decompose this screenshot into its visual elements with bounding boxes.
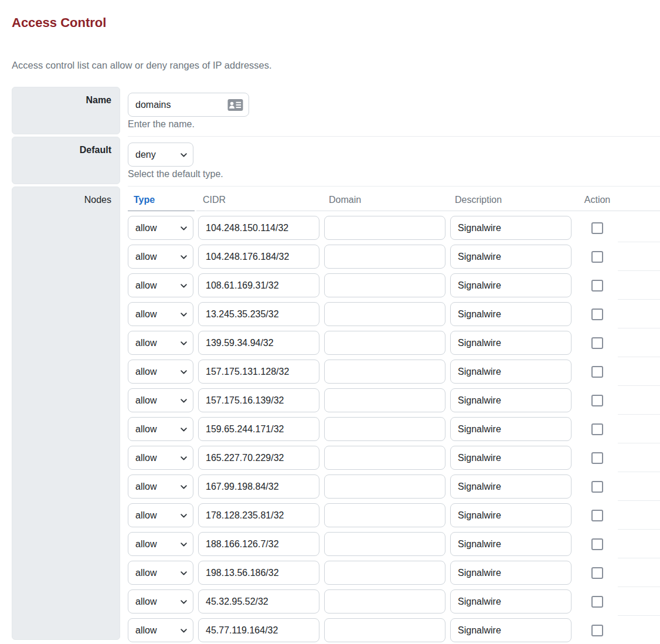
node-type-select[interactable]: allow xyxy=(128,302,193,326)
node-description-input[interactable] xyxy=(450,245,571,269)
node-description-input[interactable] xyxy=(450,589,571,614)
nodes-table-body: allow allow xyxy=(128,216,660,642)
node-type-select[interactable]: allow xyxy=(128,273,193,297)
node-description-input[interactable] xyxy=(450,388,571,412)
node-cidr-input[interactable] xyxy=(198,561,319,585)
node-row: allow xyxy=(128,360,660,384)
node-delete-checkbox[interactable] xyxy=(591,510,603,521)
node-description-input[interactable] xyxy=(450,446,571,470)
node-cidr-input[interactable] xyxy=(198,302,319,326)
node-domain-input[interactable] xyxy=(324,561,445,585)
node-domain-input[interactable] xyxy=(324,273,445,297)
node-domain-input[interactable] xyxy=(324,331,445,355)
node-delete-checkbox[interactable] xyxy=(591,423,603,435)
node-action-cell xyxy=(576,423,618,435)
node-delete-checkbox[interactable] xyxy=(591,309,603,320)
node-type-select[interactable]: allow xyxy=(128,245,193,269)
node-domain-input[interactable] xyxy=(324,360,445,384)
access-control-form: Name Enter xyxy=(12,87,660,642)
node-cidr-input[interactable] xyxy=(198,474,319,499)
node-action-cell xyxy=(576,510,618,521)
node-delete-checkbox[interactable] xyxy=(591,280,603,292)
node-type-select-wrap: allow xyxy=(128,302,193,326)
node-action-cell xyxy=(576,337,618,349)
node-delete-checkbox[interactable] xyxy=(591,596,603,608)
node-delete-checkbox[interactable] xyxy=(591,625,603,636)
node-type-select-wrap: allow xyxy=(128,216,193,240)
node-domain-input[interactable] xyxy=(324,618,445,642)
node-cidr-input[interactable] xyxy=(198,245,319,269)
node-delete-checkbox[interactable] xyxy=(591,481,603,493)
node-description-input[interactable] xyxy=(450,474,571,499)
node-domain-input[interactable] xyxy=(324,417,445,441)
node-delete-checkbox[interactable] xyxy=(591,366,603,378)
node-cidr-input[interactable] xyxy=(198,216,319,240)
address-card-icon xyxy=(227,99,243,111)
node-cidr-input[interactable] xyxy=(198,446,319,470)
node-description-input[interactable] xyxy=(450,417,571,441)
node-domain-input[interactable] xyxy=(324,216,445,240)
node-delete-checkbox[interactable] xyxy=(591,567,603,579)
node-type-select[interactable]: allow xyxy=(128,561,193,585)
node-description-input[interactable] xyxy=(450,360,571,384)
nodes-row: Nodes Type CIDR Domain Description Actio… xyxy=(12,187,660,642)
nodes-table: Type CIDR Domain Description Action allo… xyxy=(128,195,660,642)
node-type-select-wrap: allow xyxy=(128,360,193,384)
node-type-select[interactable]: allow xyxy=(128,360,193,384)
node-delete-checkbox[interactable] xyxy=(591,337,603,349)
default-select[interactable]: deny xyxy=(128,143,193,167)
node-action-cell xyxy=(576,251,618,263)
node-cidr-input[interactable] xyxy=(198,388,319,412)
node-row: allow xyxy=(128,474,660,499)
node-description-input[interactable] xyxy=(450,532,571,556)
node-action-cell xyxy=(576,309,618,320)
node-delete-checkbox[interactable] xyxy=(591,538,603,550)
node-cidr-input[interactable] xyxy=(198,503,319,527)
node-domain-input[interactable] xyxy=(324,589,445,614)
node-type-select[interactable]: allow xyxy=(128,216,193,240)
node-row: allow xyxy=(128,388,660,412)
node-domain-input[interactable] xyxy=(324,302,445,326)
node-delete-checkbox[interactable] xyxy=(591,222,603,234)
node-cidr-input[interactable] xyxy=(198,360,319,384)
node-description-input[interactable] xyxy=(450,216,571,240)
node-type-select[interactable]: allow xyxy=(128,388,193,412)
node-type-select[interactable]: allow xyxy=(128,474,193,499)
node-domain-input[interactable] xyxy=(324,474,445,499)
node-description-input[interactable] xyxy=(450,561,571,585)
node-type-select[interactable]: allow xyxy=(128,532,193,556)
node-description-input[interactable] xyxy=(450,503,571,527)
name-help: Enter the name. xyxy=(128,119,660,130)
page-title: Access Control xyxy=(12,15,660,30)
node-delete-checkbox[interactable] xyxy=(591,251,603,263)
node-type-select[interactable]: allow xyxy=(128,446,193,470)
node-cidr-input[interactable] xyxy=(198,331,319,355)
node-type-select-wrap: allow xyxy=(128,273,193,297)
node-description-input[interactable] xyxy=(450,618,571,642)
node-type-select[interactable]: allow xyxy=(128,618,193,642)
node-domain-input[interactable] xyxy=(324,388,445,412)
node-description-input[interactable] xyxy=(450,331,571,355)
node-cidr-input[interactable] xyxy=(198,273,319,297)
node-delete-checkbox[interactable] xyxy=(591,452,603,464)
node-type-select[interactable]: allow xyxy=(128,589,193,614)
node-row: allow xyxy=(128,216,660,240)
node-type-select-wrap: allow xyxy=(128,532,193,556)
node-domain-input[interactable] xyxy=(324,532,445,556)
node-cidr-input[interactable] xyxy=(198,618,319,642)
node-domain-input[interactable] xyxy=(324,503,445,527)
node-action-cell xyxy=(576,481,618,493)
node-type-select[interactable]: allow xyxy=(128,417,193,441)
node-domain-input[interactable] xyxy=(324,446,445,470)
nodes-header-type-sort-link[interactable]: Type xyxy=(134,195,155,205)
node-action-cell xyxy=(576,596,618,608)
node-domain-input[interactable] xyxy=(324,245,445,269)
node-type-select[interactable]: allow xyxy=(128,331,193,355)
node-cidr-input[interactable] xyxy=(198,417,319,441)
node-description-input[interactable] xyxy=(450,273,571,297)
node-description-input[interactable] xyxy=(450,302,571,326)
node-type-select[interactable]: allow xyxy=(128,503,193,527)
node-cidr-input[interactable] xyxy=(198,589,319,614)
node-delete-checkbox[interactable] xyxy=(591,395,603,406)
node-cidr-input[interactable] xyxy=(198,532,319,556)
